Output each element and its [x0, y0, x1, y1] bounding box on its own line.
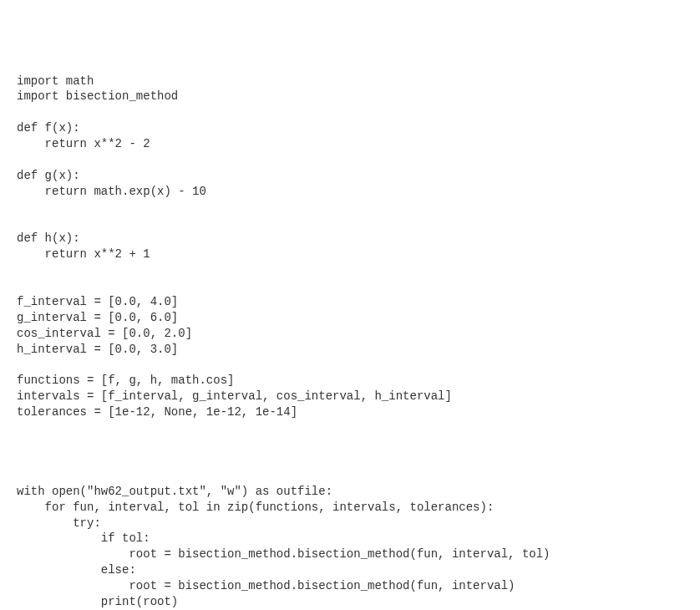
- code-block: import math import bisection_method def …: [17, 74, 683, 610]
